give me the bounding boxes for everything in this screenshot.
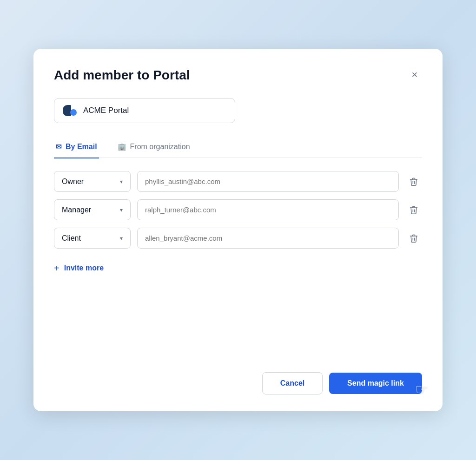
tab-from-org[interactable]: 🏢 From organization bbox=[116, 138, 192, 158]
invite-more-label: Invite more bbox=[64, 264, 104, 272]
email-tab-icon: ✉ bbox=[56, 143, 62, 151]
email-input-3[interactable] bbox=[137, 228, 399, 249]
invite-row: Owner Manager Client Viewer ▾ bbox=[54, 171, 422, 192]
tab-by-email-label: By Email bbox=[66, 143, 97, 151]
tab-bar: ✉ By Email 🏢 From organization bbox=[54, 138, 422, 158]
invite-row: Owner Manager Client Viewer ▾ bbox=[54, 199, 422, 220]
chevron-down-icon: ▾ bbox=[120, 178, 123, 185]
email-input-2[interactable] bbox=[137, 199, 399, 220]
role-dropdown-1[interactable]: Owner Manager Client Viewer bbox=[62, 177, 115, 185]
role-select-2[interactable]: Owner Manager Client Viewer ▾ bbox=[54, 199, 131, 220]
portal-name: ACME Portal bbox=[83, 106, 129, 115]
tab-from-org-label: From organization bbox=[130, 143, 190, 151]
role-select-1[interactable]: Owner Manager Client Viewer ▾ bbox=[54, 171, 131, 192]
add-member-modal: Add member to Portal × ACME Portal ✉ By … bbox=[33, 49, 443, 411]
invite-row: Owner Manager Client Viewer ▾ bbox=[54, 228, 422, 249]
portal-selector[interactable]: ACME Portal bbox=[54, 98, 235, 123]
trash-icon bbox=[409, 234, 418, 243]
plus-icon: + bbox=[54, 263, 60, 273]
org-tab-icon: 🏢 bbox=[118, 143, 126, 151]
email-input-1[interactable] bbox=[137, 171, 399, 192]
modal-header: Add member to Portal × bbox=[54, 67, 422, 83]
modal-footer: Cancel Send magic link bbox=[54, 372, 422, 394]
close-button[interactable]: × bbox=[407, 67, 422, 82]
logo-right-shape bbox=[70, 109, 77, 116]
portal-logo bbox=[63, 105, 77, 116]
delete-row-3-button[interactable] bbox=[405, 230, 422, 247]
logo-left-shape bbox=[63, 105, 71, 116]
role-dropdown-3[interactable]: Owner Manager Client Viewer bbox=[62, 234, 115, 242]
trash-icon bbox=[409, 205, 418, 215]
chevron-down-icon: ▾ bbox=[120, 235, 123, 242]
tab-by-email[interactable]: ✉ By Email bbox=[54, 138, 99, 158]
send-magic-link-button[interactable]: Send magic link bbox=[329, 373, 422, 394]
invite-more-button[interactable]: + Invite more bbox=[54, 262, 422, 275]
chevron-down-icon: ▾ bbox=[120, 207, 123, 213]
cancel-button[interactable]: Cancel bbox=[262, 372, 323, 394]
delete-row-2-button[interactable] bbox=[405, 202, 422, 218]
invite-rows-container: Owner Manager Client Viewer ▾ bbox=[54, 171, 422, 249]
delete-row-1-button[interactable] bbox=[405, 173, 422, 190]
modal-title: Add member to Portal bbox=[54, 67, 190, 83]
trash-icon bbox=[409, 177, 418, 186]
role-dropdown-2[interactable]: Owner Manager Client Viewer bbox=[62, 206, 115, 214]
role-select-3[interactable]: Owner Manager Client Viewer ▾ bbox=[54, 228, 131, 249]
